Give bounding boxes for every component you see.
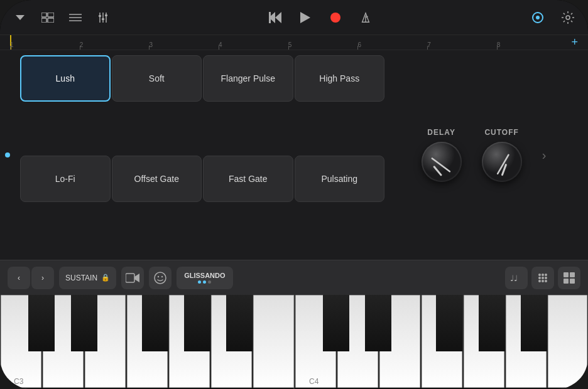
c4-label: C4 (309, 377, 319, 386)
svg-point-39 (545, 277, 547, 279)
ruler-mark-8: 8 (497, 41, 567, 50)
svg-point-42 (545, 280, 547, 282)
cutoff-knob[interactable] (482, 142, 522, 182)
next-button[interactable]: › (31, 267, 54, 289)
glissando-button[interactable]: GLISSANDO (177, 267, 232, 289)
rewind-button[interactable] (265, 8, 285, 28)
glissando-dot-3 (208, 280, 211, 284)
svg-point-25 (423, 143, 460, 181)
svg-point-35 (542, 274, 544, 276)
emoji-button[interactable] (149, 267, 172, 289)
preset-lo-fi[interactable]: Lo-Fi (20, 156, 111, 202)
preset-flanger-pulse[interactable]: Flanger Pulse (203, 55, 293, 102)
record-button[interactable] (325, 8, 346, 28)
svg-point-24 (566, 16, 570, 19)
view-toggle-icon[interactable] (38, 8, 58, 28)
glissando-dot-2 (203, 280, 206, 284)
preset-lush[interactable]: Lush (20, 55, 111, 102)
sustain-label: SUSTAIN (65, 274, 97, 282)
expand-controls-icon[interactable]: › (542, 148, 547, 163)
dots-view-button[interactable] (531, 267, 554, 289)
preset-pulsating[interactable]: Pulsating (295, 156, 385, 202)
svg-rect-2 (48, 13, 54, 17)
black-key-fs4[interactable] (436, 295, 462, 351)
delay-knob[interactable] (422, 142, 462, 182)
black-key-gs4[interactable] (479, 295, 505, 351)
sustain-button[interactable]: SUSTAIN 🔒 (59, 267, 116, 289)
svg-point-34 (538, 274, 541, 276)
svg-point-38 (542, 277, 544, 279)
svg-point-32 (161, 275, 163, 277)
svg-text:♩♩: ♩♩ (510, 274, 518, 283)
svg-rect-45 (564, 279, 569, 284)
preset-fast-gate[interactable]: Fast Gate (203, 156, 293, 202)
svg-rect-13 (105, 14, 107, 16)
metronome-icon[interactable] (356, 8, 376, 28)
svg-rect-44 (570, 272, 575, 277)
svg-point-40 (538, 280, 541, 282)
preset-high-pass[interactable]: High Pass (295, 55, 385, 102)
lock-icon: 🔒 (101, 274, 110, 282)
svg-rect-12 (102, 18, 104, 20)
arp-section: Lush Soft Flanger Pulse High Pass Lo-Fi … (15, 50, 588, 260)
ruler: 1 2 3 4 5 6 7 8 (10, 35, 566, 50)
svg-point-27 (483, 143, 521, 181)
ruler-mark-2: 2 (80, 41, 150, 50)
black-key-ds3[interactable] (71, 295, 97, 351)
ruler-mark-3: 3 (149, 41, 219, 50)
add-track-button[interactable]: + (571, 36, 578, 49)
black-key-ds4[interactable] (365, 295, 391, 351)
nav-group: ‹ › (8, 267, 54, 289)
indicator-dot (5, 152, 10, 157)
ruler-mark-6: 6 (357, 41, 427, 50)
toolbar-center (265, 8, 376, 28)
left-indicator (0, 50, 15, 260)
cutoff-label: CUTOFF (484, 128, 518, 137)
svg-rect-43 (564, 272, 569, 277)
piano-svg: /* drawn inline below */ (0, 295, 588, 389)
phone-frame: 1 2 3 4 5 6 7 8 + Lush Soft Flanger Puls… (0, 0, 588, 389)
svg-marker-14 (275, 12, 281, 23)
black-key-as4[interactable] (521, 295, 547, 351)
svg-rect-4 (48, 18, 54, 23)
svg-rect-3 (41, 18, 46, 23)
piano-keyboard: /* drawn inline below */ (0, 295, 588, 389)
ruler-mark-5: 5 (288, 41, 358, 50)
black-key-as3[interactable] (226, 295, 253, 351)
toolbar (0, 0, 588, 35)
play-button[interactable] (295, 8, 315, 28)
settings-icon[interactable] (558, 8, 578, 28)
preset-soft[interactable]: Soft (112, 55, 202, 102)
svg-point-18 (330, 13, 340, 23)
ruler-mark-1: 1 (10, 41, 80, 50)
glissando-dot-1 (198, 280, 201, 284)
black-key-cs4[interactable] (323, 295, 349, 351)
c3-label: C3 (14, 377, 24, 386)
white-key-b3[interactable] (253, 295, 294, 388)
glissando-dots (198, 280, 211, 284)
white-key-b4[interactable] (548, 295, 587, 388)
svg-rect-46 (570, 279, 575, 284)
grid-view-button[interactable] (558, 267, 580, 289)
svg-point-41 (542, 280, 544, 282)
svg-rect-1 (41, 13, 46, 17)
list-icon[interactable] (65, 8, 85, 28)
timeline-ruler: 1 2 3 4 5 6 7 8 + (0, 35, 588, 50)
svg-point-23 (536, 16, 540, 19)
loop-icon[interactable] (528, 8, 548, 28)
svg-point-37 (538, 277, 541, 279)
prev-button[interactable]: ‹ (8, 267, 30, 289)
glissando-label: GLISSANDO (184, 272, 225, 279)
svg-point-31 (158, 275, 159, 277)
svg-rect-29 (126, 274, 134, 282)
black-key-cs3[interactable] (28, 295, 55, 351)
ruler-mark-7: 7 (427, 41, 497, 50)
black-key-fs3[interactable] (142, 295, 168, 351)
preset-offset-gate[interactable]: Offset Gate (112, 156, 202, 202)
dropdown-icon[interactable] (10, 8, 30, 28)
mixer-icon[interactable] (93, 8, 113, 28)
notes-view-button[interactable]: ♩♩ (505, 267, 528, 289)
black-key-gs3[interactable] (184, 295, 210, 351)
record-pattern-button[interactable] (121, 267, 144, 289)
bottom-controls-bar: ‹ › SUSTAIN 🔒 GLISSANDO (0, 260, 588, 295)
